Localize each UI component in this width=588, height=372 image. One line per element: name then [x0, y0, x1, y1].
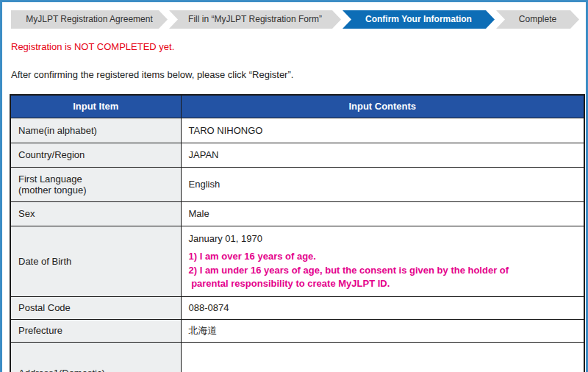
table-row-first-language: First Language (mother tongue) English: [10, 167, 584, 201]
column-header-input-item: Input Item: [10, 95, 181, 118]
row-label-first-language: First Language (mother tongue): [10, 167, 181, 201]
column-header-input-contents: Input Contents: [181, 95, 584, 118]
row-value-postal-code: 088-0874: [181, 296, 584, 319]
table-header-row: Input Item Input Contents: [10, 95, 584, 118]
row-value-first-language: English: [181, 167, 584, 201]
step-complete: Complete: [496, 10, 579, 29]
warning-message: Registration is NOT COMPLETED yet.: [11, 41, 579, 52]
confirmation-table: Input Item Input Contents Name(in alphab…: [10, 94, 585, 372]
table-row-country: Country/Region JAPAN: [10, 143, 584, 167]
row-value-date-of-birth: January 01, 1970 1) I am over 16 years o…: [181, 226, 584, 296]
step-confirm-information-active: Confirm Your Information: [343, 10, 495, 29]
progress-steps: MyJLPT Registration Agreement Fill in “M…: [11, 10, 579, 29]
address1-label: Address1(Domestic): [18, 368, 175, 372]
row-value-address1: 目黒区駒場4-5-29: [181, 342, 584, 372]
age-consent-note: 1) I am over 16 years of age. 2) I am un…: [189, 250, 578, 292]
row-value-country: JAPAN: [181, 143, 584, 167]
row-label-prefecture: Prefecture: [10, 319, 181, 342]
row-label-sex: Sex: [10, 201, 181, 226]
row-label-date-of-birth: Date of Birth: [10, 226, 181, 296]
step-registration-agreement: MyJLPT Registration Agreement: [11, 10, 168, 29]
row-value-name: TARO NIHONGO: [181, 118, 584, 143]
row-label-address1: Address1(Domestic) from district to stre…: [10, 342, 181, 372]
instruction-text: After confirming the registered items be…: [11, 69, 579, 80]
table-row-name: Name(in alphabet) TARO NIHONGO: [10, 118, 584, 143]
table-row-sex: Sex Male: [10, 201, 584, 226]
step-fill-in-form: Fill in “MyJLPT Registration Form”: [169, 10, 341, 29]
table-row-date-of-birth: Date of Birth January 01, 1970 1) I am o…: [10, 226, 584, 296]
date-of-birth-value: January 01, 1970: [189, 233, 578, 244]
row-label-name: Name(in alphabet): [10, 118, 181, 143]
table-row-prefecture: Prefecture 北海道: [10, 319, 584, 342]
row-value-prefecture: 北海道: [181, 319, 584, 342]
row-label-postal-code: Postal Code: [10, 296, 181, 319]
row-label-country: Country/Region: [10, 143, 181, 167]
row-value-sex: Male: [181, 201, 584, 226]
table-row-address1: Address1(Domestic) from district to stre…: [10, 342, 584, 372]
table-row-postal-code: Postal Code 088-0874: [10, 296, 584, 319]
registration-confirm-page: MyJLPT Registration Agreement Fill in “M…: [0, 0, 588, 372]
